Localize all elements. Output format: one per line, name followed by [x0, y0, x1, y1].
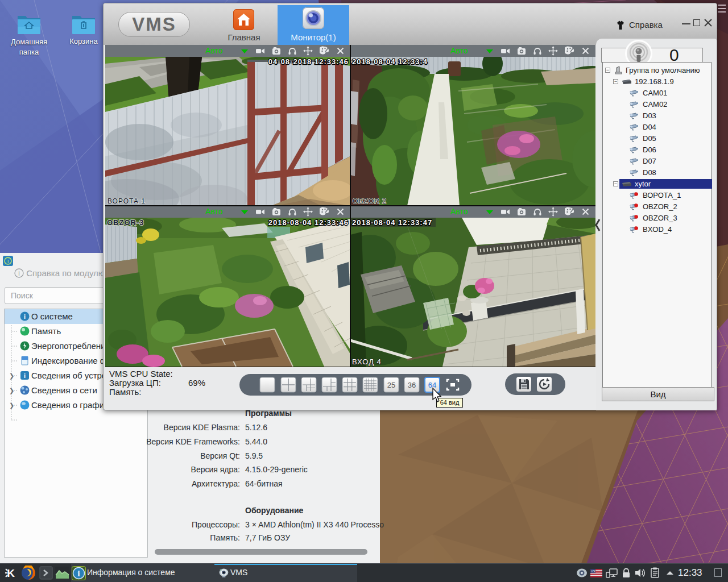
svg-text:04-08-2018 12:33:46: 04-08-2018 12:33:46	[268, 57, 349, 66]
svg-text:2018-08-04 12:33:47: 2018-08-04 12:33:47	[352, 218, 432, 227]
svg-text:K: K	[7, 567, 15, 579]
svg-text:OBZOR-3: OBZOR-3	[107, 218, 144, 227]
svg-text:2018-08-04 12:33:46: 2018-08-04 12:33:46	[268, 218, 349, 227]
svg-text:i: i	[18, 270, 19, 277]
svg-text:US: US	[591, 569, 595, 573]
svg-text:OBZOR 2: OBZOR 2	[353, 197, 387, 205]
svg-text:i: i	[24, 372, 26, 379]
svg-text:25: 25	[387, 381, 395, 389]
svg-text:i: i	[78, 569, 80, 578]
svg-text:i: i	[7, 258, 9, 264]
svg-text:ВОРОТА 1: ВОРОТА 1	[107, 197, 146, 205]
svg-text:ВХОД 4: ВХОД 4	[352, 357, 382, 366]
svg-text:36: 36	[408, 381, 416, 389]
svg-text:i: i	[24, 313, 26, 320]
svg-text:2018-08-04 12:33:4: 2018-08-04 12:33:4	[352, 57, 428, 66]
